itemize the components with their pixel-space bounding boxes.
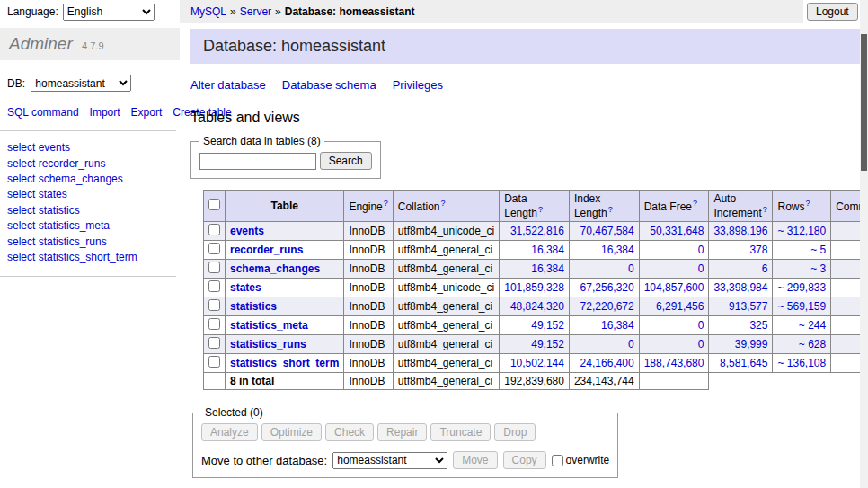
data-length-cell-link[interactable]: 31,522,816 xyxy=(510,225,564,237)
table-link-recorder-runs[interactable]: recorder_runs xyxy=(230,244,303,256)
row-checkbox-recorder-runs[interactable] xyxy=(208,243,220,254)
row-checkbox-states[interactable] xyxy=(208,280,220,292)
copy-button[interactable]: Copy xyxy=(503,451,546,469)
repair-button[interactable]: Repair xyxy=(377,423,427,441)
sidebar-table-link-select-states[interactable]: select states xyxy=(7,187,169,202)
search-button[interactable]: Search xyxy=(320,152,372,170)
column-help-link[interactable]: ? xyxy=(805,199,810,208)
index-length-cell-link[interactable]: 0 xyxy=(628,262,634,275)
truncate-button[interactable]: Truncate xyxy=(430,423,491,441)
rows-cell-link[interactable]: ~ 569,159 xyxy=(777,300,826,313)
data-length-cell-link[interactable]: 49,152 xyxy=(531,338,564,350)
logout-button[interactable]: Logout xyxy=(807,3,858,21)
data-free-cell-link[interactable]: 0 xyxy=(698,244,704,256)
index-length-cell-link[interactable]: 16,384 xyxy=(601,244,634,256)
overwrite-option[interactable]: overwrite xyxy=(552,454,610,466)
table-link-statistics-meta[interactable]: statistics_meta xyxy=(230,319,308,332)
auto-increment-cell-link[interactable]: 913,577 xyxy=(729,300,767,313)
rows-cell-link[interactable]: ~ 136,108 xyxy=(777,357,826,369)
table-link-schema-changes[interactable]: schema_changes xyxy=(230,262,320,275)
action-link-privileges[interactable]: Privileges xyxy=(393,78,443,92)
data-free-cell-link[interactable]: 6,291,456 xyxy=(656,300,704,313)
rows-cell-link[interactable]: ~ 244 xyxy=(799,319,826,332)
row-checkbox-statistics-meta[interactable] xyxy=(208,318,220,330)
index-length-cell-link[interactable]: 67,256,320 xyxy=(580,281,634,294)
table-link-events[interactable]: events xyxy=(230,225,264,237)
overwrite-checkbox[interactable] xyxy=(552,455,563,466)
rows-cell-link[interactable]: ~ 5 xyxy=(810,244,826,256)
auto-increment-cell-link[interactable]: 33,398,984 xyxy=(713,281,767,294)
sidebar-link-sql-command[interactable]: SQL command xyxy=(7,106,79,119)
row-checkbox-statistics-runs[interactable] xyxy=(208,337,220,349)
move-button[interactable]: Move xyxy=(453,451,497,469)
rows-cell-link[interactable]: ~ 3 xyxy=(810,262,826,275)
column-help-link[interactable]: ? xyxy=(763,205,767,214)
rows-cell-link[interactable]: ~ 299,833 xyxy=(777,281,826,294)
data-free-cell-link[interactable]: 188,743,680 xyxy=(644,357,704,369)
drop-button[interactable]: Drop xyxy=(494,423,536,441)
sidebar-link-export[interactable]: Export xyxy=(131,106,163,119)
auto-increment-cell-link[interactable]: 8,581,645 xyxy=(720,357,767,369)
data-length-cell-link[interactable]: 101,859,328 xyxy=(504,281,564,294)
row-checkbox-statistics[interactable] xyxy=(208,299,220,311)
sidebar-table-link-select-recorder-runs[interactable]: select recorder_runs xyxy=(7,156,169,172)
sidebar-table-link-select-statistics-runs[interactable]: select statistics_runs xyxy=(7,235,169,250)
analyze-button[interactable]: Analyze xyxy=(201,423,258,441)
data-length-cell-link[interactable]: 49,152 xyxy=(531,319,564,332)
optimize-button[interactable]: Optimize xyxy=(261,423,322,441)
row-checkbox-schema-changes[interactable] xyxy=(208,262,220,273)
table-link-states[interactable]: states xyxy=(230,281,261,294)
data-free-cell-link[interactable]: 0 xyxy=(698,262,704,275)
data-length-cell-link[interactable]: 48,824,320 xyxy=(510,300,564,313)
table-link-statistics-short-term[interactable]: statistics_short_term xyxy=(230,357,339,369)
column-help-link[interactable]: ? xyxy=(608,205,613,214)
action-link-database-schema[interactable]: Database schema xyxy=(282,78,376,92)
column-help-link[interactable]: ? xyxy=(384,199,388,208)
column-help-link[interactable]: ? xyxy=(440,199,445,208)
row-checkbox-statistics-short-term[interactable] xyxy=(208,356,220,368)
data-free-cell: 0 xyxy=(639,260,709,279)
row-checkbox-events[interactable] xyxy=(208,224,220,235)
move-db-select[interactable]: homeassistant xyxy=(332,452,447,469)
index-length-cell-link[interactable]: 0 xyxy=(628,338,634,350)
action-link-alter-database[interactable]: Alter database xyxy=(190,78,266,92)
sidebar-table-link-select-events[interactable]: select events xyxy=(7,140,169,155)
sidebar-table-link-select-statistics-short-term[interactable]: select statistics_short_term xyxy=(7,250,169,265)
scrollbar-thumb[interactable] xyxy=(861,34,867,171)
auto-increment-cell-link[interactable]: 6 xyxy=(762,262,768,275)
data-length-cell-link[interactable]: 10,502,144 xyxy=(510,357,564,369)
data-free-cell-link[interactable]: 0 xyxy=(698,319,704,332)
breadcrumb-mysql-link[interactable]: MySQL xyxy=(190,5,226,18)
index-length-cell-link[interactable]: 70,467,584 xyxy=(580,225,634,237)
sidebar-table-link-select-statistics-meta[interactable]: select statistics_meta xyxy=(7,218,169,234)
index-length-cell-link[interactable]: 24,166,400 xyxy=(580,357,634,369)
rows-cell-link[interactable]: ~ 628 xyxy=(799,338,826,350)
data-length-cell-link[interactable]: 16,384 xyxy=(531,262,564,275)
select-all-checkbox[interactable] xyxy=(208,199,220,210)
column-help-link[interactable]: ? xyxy=(693,199,697,208)
data-free-cell-link[interactable]: 50,331,648 xyxy=(650,225,704,237)
rows-cell-link[interactable]: ~ 312,180 xyxy=(777,225,826,237)
data-free-cell-link[interactable]: 104,857,600 xyxy=(644,281,704,294)
table-name-cell: statistics_short_term xyxy=(226,354,344,373)
auto-increment-cell-link[interactable]: 378 xyxy=(749,244,767,256)
sidebar-link-import[interactable]: Import xyxy=(90,106,120,119)
language-select[interactable]: English xyxy=(63,4,155,21)
index-length-cell-link[interactable]: 16,384 xyxy=(601,319,634,332)
check-button[interactable]: Check xyxy=(325,423,374,441)
auto-increment-cell-link[interactable]: 39,999 xyxy=(735,338,768,350)
auto-increment-cell-link[interactable]: 33,898,196 xyxy=(713,225,767,237)
data-free-cell-link[interactable]: 0 xyxy=(698,338,704,350)
data-length-cell-link[interactable]: 16,384 xyxy=(531,244,564,256)
db-select[interactable]: homeassistant xyxy=(31,75,131,92)
breadcrumb-server-link[interactable]: Server xyxy=(240,5,271,18)
column-help-link[interactable]: ? xyxy=(538,205,543,214)
table-link-statistics[interactable]: statistics xyxy=(230,300,277,313)
sidebar-table-link-select-statistics[interactable]: select statistics xyxy=(7,203,169,218)
table-link-statistics-runs[interactable]: statistics_runs xyxy=(230,338,306,350)
sidebar-table-link-select-schema-changes[interactable]: select schema_changes xyxy=(7,172,169,187)
search-input[interactable] xyxy=(199,153,316,170)
index-length-cell-link[interactable]: 72,220,672 xyxy=(580,300,634,313)
auto-increment-cell-link[interactable]: 325 xyxy=(749,319,767,332)
scrollbar[interactable] xyxy=(860,0,868,488)
